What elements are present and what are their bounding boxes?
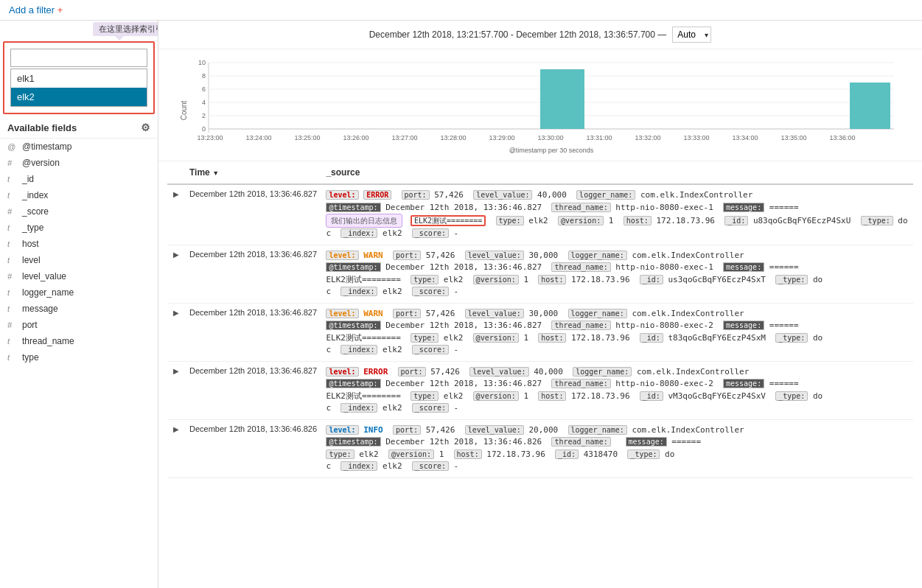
field-item-level[interactable]: tlevel	[0, 252, 158, 268]
type-label: type:	[411, 391, 439, 401]
index-val: elk2	[383, 345, 402, 354]
version-label: @version:	[473, 275, 519, 284]
x-label-1336: 13:36:00	[829, 134, 855, 141]
field-item-thread_name[interactable]: tthread_name	[0, 333, 158, 349]
timestamp-label: @timestamp:	[326, 437, 380, 447]
table-row: ▶December 12th 2018, 13:36:46.827 level:…	[167, 303, 913, 361]
index-selector-container: 在这里选择索引引 elk1 elk2	[3, 41, 155, 114]
port-label: port:	[398, 367, 426, 377]
field-item-host[interactable]: thost	[0, 236, 158, 252]
level-val: INFO	[363, 425, 383, 435]
x-label-1331: 13:31:00	[586, 134, 612, 141]
y-label-0: 0	[202, 125, 206, 133]
logger-name-label: logger_name:	[568, 309, 627, 318]
x-label-1330: 13:30:00	[537, 134, 563, 141]
add-filter-label: Add a filter	[9, 4, 55, 15]
id-label: _id:	[555, 449, 579, 459]
x-label-1324: 13:24:00	[245, 134, 271, 141]
gear-icon[interactable]: ⚙	[141, 122, 150, 133]
y-label-10: 10	[198, 59, 206, 66]
field-type-level_value: #	[7, 272, 18, 281]
field-type-thread_name: t	[7, 337, 18, 346]
field-item-logger_name[interactable]: tlogger_name	[0, 284, 158, 301]
expand-arrow[interactable]: ▶	[172, 307, 181, 318]
field-name-message: message	[22, 304, 58, 314]
message-val: ======	[769, 321, 799, 330]
y-axis-label: Count	[180, 100, 188, 120]
field-item-type[interactable]: ttype	[0, 349, 158, 365]
field-item-_id[interactable]: t_id	[0, 171, 158, 187]
histogram-chart: Count 10 8 6 4 2 0	[167, 55, 913, 158]
field-type-_score: #	[7, 207, 18, 216]
logger-name-val: com.elk.IndexController	[637, 367, 749, 377]
field-item-_index[interactable]: t_index	[0, 187, 158, 203]
field-name-_id: _id	[22, 174, 34, 184]
plus-icon: +	[57, 4, 63, 15]
level-value-val: 20,000	[529, 425, 559, 435]
field-item-_score[interactable]: #_score	[0, 203, 158, 220]
logs-area: Time ▼ _source ▶December 12th 2018, 13:3…	[158, 161, 922, 588]
field-item-message[interactable]: tmessage	[0, 301, 158, 317]
expand-arrow[interactable]: ▶	[172, 249, 181, 260]
field-name-level_value: level_value	[22, 271, 66, 281]
level-val: WARN	[363, 251, 383, 260]
version-label: @version:	[473, 391, 519, 401]
level-val: ERROR	[363, 190, 391, 200]
col-time-header[interactable]: Time ▼	[185, 161, 321, 184]
table-row: ▶December 12th 2018, 13:36:46.827 level:…	[167, 361, 913, 419]
field-name-@version: @version	[22, 158, 60, 168]
thread-val: http-nio-8080-exec-1	[615, 262, 713, 272]
field-item-level_value[interactable]: #level_value	[0, 268, 158, 284]
x-label-1325: 13:25:00	[294, 134, 320, 141]
field-type-message: t	[7, 304, 18, 313]
version-val: 1	[523, 275, 528, 284]
host-label: host:	[538, 275, 566, 284]
elk2-val: ELK2测试========	[326, 333, 400, 343]
id-label: _id:	[640, 275, 663, 284]
timestamp-val: December 12th 2018, 13:36:46.826	[385, 437, 542, 447]
port-label: port:	[393, 251, 421, 260]
id-val: u83qoGcBqFY6EczP4SxU	[753, 216, 851, 225]
type2-cont: c	[326, 228, 331, 238]
message-label: message:	[723, 203, 764, 212]
field-item-@version[interactable]: #@version	[0, 155, 158, 171]
elk2-highlight: ELK2测试========	[411, 215, 486, 226]
port-val: 57,426	[434, 190, 464, 200]
id-val: vM3qoGcBqFY6EczP4SxV	[668, 391, 765, 401]
logger-name-label: logger_name:	[573, 367, 632, 377]
col-expand	[167, 161, 185, 184]
field-name-thread_name: thread_name	[22, 336, 74, 346]
field-item-@timestamp[interactable]: @@timestamp	[0, 139, 158, 155]
message-val: ======	[671, 437, 701, 447]
expand-arrow[interactable]: ▶	[172, 189, 181, 200]
index-option-elk2[interactable]: elk2	[11, 88, 147, 106]
field-name-_index: _index	[22, 190, 48, 200]
message-label: message:	[626, 437, 667, 447]
index-label: _index:	[340, 403, 377, 413]
time-range-bar: December 12th 2018, 13:21:57.700 - Decem…	[158, 21, 922, 49]
type2-label: _type:	[775, 275, 808, 284]
type2-val: do	[665, 449, 674, 459]
field-name-host: host	[22, 239, 39, 249]
auto-select[interactable]: Auto	[672, 27, 711, 43]
version-val: 1	[523, 391, 528, 401]
available-fields-label: Available fields	[7, 122, 77, 133]
field-item-_type[interactable]: t_type	[0, 220, 158, 236]
id-val: t83qoGcBqFY6EczP4SxM	[668, 333, 765, 343]
port-label: port:	[402, 190, 430, 200]
x-axis-label: @timestamp per 30 seconds	[509, 147, 594, 154]
logs-table: Time ▼ _source ▶December 12th 2018, 13:3…	[167, 161, 913, 478]
level-badge: level:	[326, 367, 358, 377]
expand-arrow[interactable]: ▶	[172, 365, 181, 377]
field-item-port[interactable]: #port	[0, 317, 158, 333]
type-val: elk2	[444, 333, 464, 343]
expand-arrow[interactable]: ▶	[172, 424, 181, 435]
index-option-elk1[interactable]: elk1	[11, 69, 147, 88]
index-search-input[interactable]	[10, 49, 147, 67]
port-val: 57,426	[426, 251, 455, 260]
add-filter-link[interactable]: Add a filter +	[9, 4, 63, 15]
type2-cont: c	[326, 461, 331, 471]
x-label-1329: 13:29:00	[489, 134, 514, 141]
table-row: ▶December 12th 2018, 13:36:46.827 level:…	[167, 245, 913, 303]
y-label-4: 4	[202, 99, 206, 106]
